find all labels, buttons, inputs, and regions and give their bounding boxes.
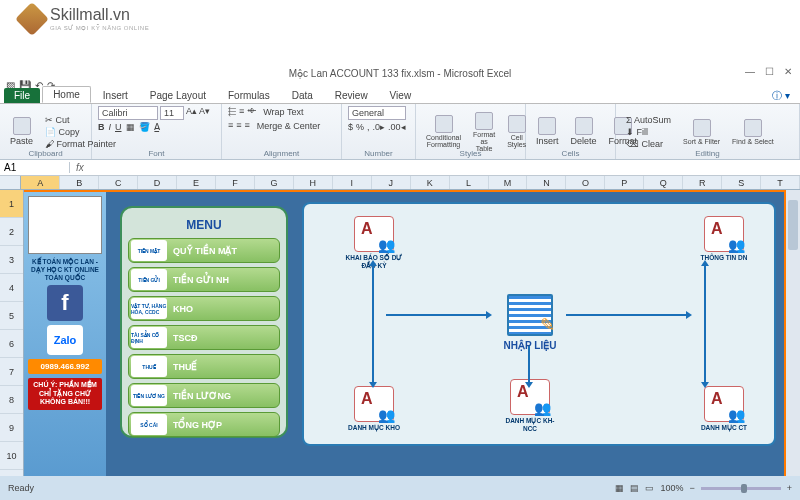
tab-formulas[interactable]: Formulas [218, 88, 280, 103]
font-grow-button[interactable]: A▴ [186, 106, 197, 120]
border-button[interactable]: ▦ [126, 122, 135, 132]
zoom-in-button[interactable]: + [787, 483, 792, 493]
find-select-button[interactable]: Find & Select [728, 119, 778, 145]
zoom-out-button[interactable]: − [689, 483, 694, 493]
fx-icon[interactable]: fx [70, 162, 90, 173]
row-4[interactable]: 4 [0, 274, 23, 302]
zoom-percent[interactable]: 100% [660, 483, 683, 493]
merge-center-button[interactable]: Merge & Center [253, 120, 325, 132]
align-left-button[interactable]: ≡ [228, 120, 233, 132]
col-F[interactable]: F [216, 176, 255, 189]
font-size-select[interactable]: 11 [160, 106, 184, 120]
align-bottom-button[interactable]: ⬲ [247, 106, 256, 118]
ribbon-help-icon[interactable]: ⓘ ▾ [772, 89, 790, 103]
align-top-button[interactable]: ⬱ [228, 106, 236, 118]
node-nhap-lieu[interactable]: NHẬP LIỆU [494, 294, 566, 351]
facebook-icon[interactable]: f [47, 285, 83, 321]
row-9[interactable]: 9 [0, 414, 23, 442]
font-family-select[interactable]: Calibri [98, 106, 158, 120]
col-J[interactable]: J [372, 176, 411, 189]
view-normal-button[interactable]: ▦ [615, 483, 624, 493]
col-G[interactable]: G [255, 176, 294, 189]
select-all-button[interactable] [0, 176, 21, 189]
comma-button[interactable]: , [367, 122, 370, 132]
vertical-scrollbar[interactable] [786, 190, 800, 476]
fill-color-button[interactable]: 🪣 [139, 122, 150, 132]
scrollbar-thumb[interactable] [788, 200, 798, 250]
tab-data[interactable]: Data [282, 88, 323, 103]
row-3[interactable]: 3 [0, 246, 23, 274]
menu-item-quy-tien-mat[interactable]: TIỀN MẶTQUỸ TIỀN MẶT [128, 238, 280, 263]
node-danh-muc-kho[interactable]: DANH MỤC KHO [344, 386, 404, 432]
name-box[interactable]: A1 [0, 162, 70, 173]
node-danh-muc-ct[interactable]: DANH MỤC CT [694, 386, 754, 432]
row-7[interactable]: 7 [0, 358, 23, 386]
sort-filter-button[interactable]: Sort & Filter [679, 119, 724, 145]
menu-item-tien-luong[interactable]: TIỀN LƯƠNGTIỀN LƯƠNG [128, 383, 280, 408]
format-as-table-button[interactable]: Format as Table [469, 112, 499, 152]
clear-button[interactable]: ⌫ Clear [622, 138, 675, 150]
align-middle-button[interactable]: ≡ [239, 106, 244, 118]
menu-item-tscd[interactable]: TÀI SẢN CỐ ĐỊNHTSCĐ [128, 325, 280, 350]
menu-item-kho[interactable]: VẬT TƯ, HÀNG HÓA, CCDCKHO [128, 296, 280, 321]
increase-decimal-button[interactable]: .0▸ [373, 122, 386, 132]
decrease-decimal-button[interactable]: .00◂ [388, 122, 406, 132]
col-E[interactable]: E [177, 176, 216, 189]
font-color-button[interactable]: A̲ [154, 122, 160, 132]
col-R[interactable]: R [683, 176, 722, 189]
tab-home[interactable]: Home [42, 86, 91, 103]
fill-button[interactable]: ⬇ Fill [622, 126, 675, 138]
font-shrink-button[interactable]: A▾ [199, 106, 210, 120]
worksheet-canvas[interactable]: KẾ TOÁN MỘC LAN - DẠY HỌC KT ONLINE TOÀN… [24, 190, 786, 476]
minimize-button[interactable]: — [745, 66, 755, 77]
col-O[interactable]: O [566, 176, 605, 189]
col-T[interactable]: T [761, 176, 800, 189]
maximize-button[interactable]: ☐ [765, 66, 774, 77]
tab-review[interactable]: Review [325, 88, 378, 103]
zoom-slider[interactable] [701, 487, 781, 490]
close-button[interactable]: ✕ [784, 66, 792, 77]
underline-button[interactable]: U [115, 122, 122, 132]
tab-page-layout[interactable]: Page Layout [140, 88, 216, 103]
currency-button[interactable]: $ [348, 122, 353, 132]
col-I[interactable]: I [333, 176, 372, 189]
number-format-select[interactable]: General [348, 106, 406, 120]
percent-button[interactable]: % [356, 122, 364, 132]
menu-item-thue[interactable]: THUẾTHUẾ [128, 354, 280, 379]
zalo-icon[interactable]: Zalo [47, 325, 83, 355]
tab-view[interactable]: View [380, 88, 422, 103]
row-10[interactable]: 10 [0, 442, 23, 470]
col-H[interactable]: H [294, 176, 333, 189]
menu-item-tien-gui-nh[interactable]: TIỀN GỬITIỀN GỬI NH [128, 267, 280, 292]
col-B[interactable]: B [60, 176, 99, 189]
align-right-button[interactable]: ≡ [245, 120, 250, 132]
align-center-button[interactable]: ≡ [236, 120, 241, 132]
italic-button[interactable]: I [109, 122, 112, 132]
col-S[interactable]: S [722, 176, 761, 189]
col-C[interactable]: C [99, 176, 138, 189]
tab-file[interactable]: File [4, 88, 40, 103]
conditional-formatting-button[interactable]: Conditional Formatting [422, 115, 465, 148]
tab-insert[interactable]: Insert [93, 88, 138, 103]
row-2[interactable]: 2 [0, 218, 23, 246]
node-thong-tin-dn[interactable]: THÔNG TIN DN [694, 216, 754, 261]
col-P[interactable]: P [605, 176, 644, 189]
insert-cells-button[interactable]: Insert [532, 117, 563, 146]
col-A[interactable]: A [21, 176, 60, 189]
paste-button[interactable]: Paste [6, 117, 37, 146]
col-D[interactable]: D [138, 176, 177, 189]
row-6[interactable]: 6 [0, 330, 23, 358]
wrap-text-button[interactable]: Wrap Text [259, 106, 307, 118]
row-5[interactable]: 5 [0, 302, 23, 330]
view-layout-button[interactable]: ▤ [630, 483, 639, 493]
row-8[interactable]: 8 [0, 386, 23, 414]
col-N[interactable]: N [527, 176, 566, 189]
col-M[interactable]: M [489, 176, 528, 189]
autosum-button[interactable]: Σ AutoSum [622, 114, 675, 126]
row-1[interactable]: 1 [0, 190, 23, 218]
col-K[interactable]: K [411, 176, 450, 189]
col-L[interactable]: L [450, 176, 489, 189]
delete-cells-button[interactable]: Delete [567, 117, 601, 146]
bold-button[interactable]: B [98, 122, 105, 132]
col-Q[interactable]: Q [644, 176, 683, 189]
